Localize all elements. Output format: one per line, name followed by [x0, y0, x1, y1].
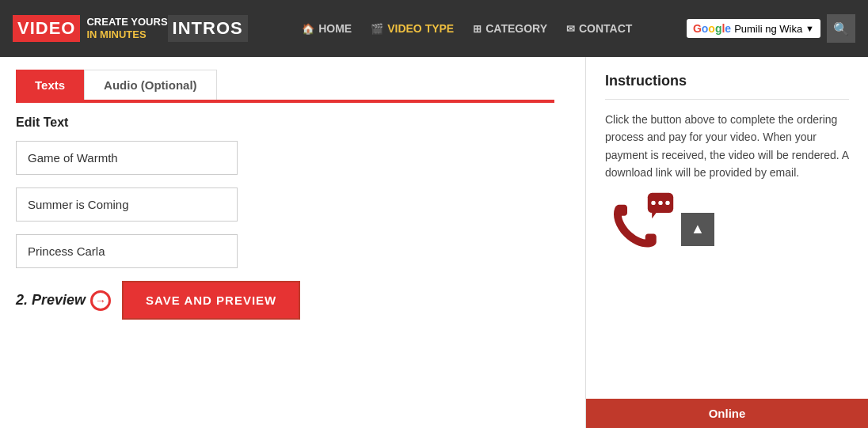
instructions-divider: [605, 99, 849, 100]
header-right: Google Pumili ng Wika ▼ 🔍: [687, 14, 855, 43]
nav-video-type[interactable]: 🎬 VIDEO TYPE: [371, 22, 454, 35]
video-icon: 🎬: [371, 23, 383, 35]
tab-audio[interactable]: Audio (Optional): [84, 70, 216, 100]
svg-point-4: [665, 200, 669, 204]
right-panel: Instructions Click the button above to c…: [586, 57, 868, 428]
instructions-title: Instructions: [605, 73, 849, 89]
main-layout: Texts Audio (Optional) Edit Text 2. Prev…: [0, 57, 868, 428]
svg-marker-1: [652, 213, 656, 218]
text-field-1[interactable]: [16, 141, 238, 175]
preview-row: 2. Preview → SAVE AND PREVIEW: [16, 281, 569, 320]
home-icon: 🏠: [302, 23, 314, 35]
nav-home[interactable]: 🏠 HOME: [302, 22, 352, 35]
svg-point-2: [651, 200, 655, 204]
search-button[interactable]: 🔍: [827, 14, 855, 43]
instructions-text: Click the button above to complete the o…: [605, 111, 849, 182]
online-status-bar: Online: [586, 399, 868, 428]
edit-text-label: Edit Text: [16, 116, 569, 130]
google-logo: Google: [693, 22, 731, 35]
tabs: Texts Audio (Optional): [16, 70, 569, 100]
text-field-2[interactable]: [16, 187, 238, 222]
chat-phone-area: ▲: [605, 198, 849, 269]
phone-icon-wrap: [605, 198, 668, 261]
google-translate-widget[interactable]: Google Pumili ng Wika ▼: [687, 19, 820, 38]
up-arrow-icon: ▲: [691, 221, 705, 237]
text-field-3[interactable]: [16, 234, 238, 268]
mail-icon: ✉: [566, 23, 575, 35]
logo-video: VIDEO: [13, 15, 80, 42]
grid-icon: ⊞: [473, 23, 482, 35]
online-label: Online: [709, 407, 746, 420]
main-nav: 🏠 HOME 🎬 VIDEO TYPE ⊞ CATEGORY ✉ CONTACT: [248, 22, 687, 35]
logo: VIDEO CREATE YOURS IN MINUTES INTROS: [13, 15, 248, 42]
svg-point-3: [658, 200, 662, 204]
left-panel: Texts Audio (Optional) Edit Text 2. Prev…: [0, 57, 586, 428]
scroll-up-button[interactable]: ▲: [681, 213, 714, 246]
arrow-circle-icon: →: [90, 290, 111, 311]
tab-texts[interactable]: Texts: [16, 70, 84, 100]
preview-label: 2. Preview →: [16, 290, 111, 311]
dropdown-icon: ▼: [805, 24, 814, 33]
chat-bubble-icon: [646, 191, 675, 220]
tab-underline: [16, 100, 554, 103]
nav-category[interactable]: ⊞ CATEGORY: [473, 22, 547, 35]
translate-text: Pumili ng Wika: [734, 23, 802, 35]
nav-contact[interactable]: ✉ CONTACT: [566, 22, 632, 35]
step-number: 2. Preview: [16, 292, 86, 309]
header: VIDEO CREATE YOURS IN MINUTES INTROS 🏠 H…: [0, 0, 868, 57]
logo-intros: INTROS: [168, 15, 248, 42]
save-preview-button[interactable]: SAVE AND PREVIEW: [122, 281, 300, 320]
search-icon: 🔍: [833, 21, 849, 36]
logo-create: CREATE YOURS IN MINUTES: [80, 16, 167, 40]
